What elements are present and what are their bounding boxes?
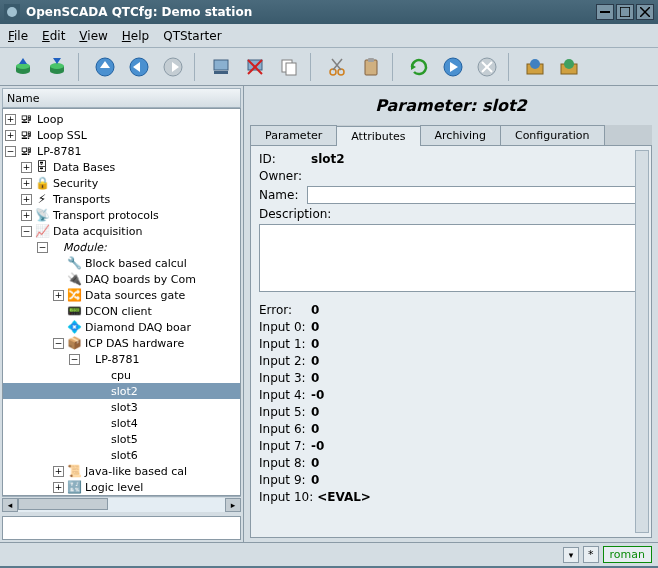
tree-node-dataacq[interactable]: −📈Data acquisition <box>3 223 240 239</box>
scroll-right-icon[interactable]: ▸ <box>225 498 241 512</box>
input-value: 0 <box>311 422 319 436</box>
nav-up-icon[interactable] <box>90 52 120 82</box>
statusbar: ▾ * roman <box>0 542 658 566</box>
expand-icon[interactable]: + <box>5 130 16 141</box>
cut-icon[interactable] <box>322 52 352 82</box>
tree-node-javalike[interactable]: +📜Java-like based cal <box>3 463 240 479</box>
minimize-button[interactable] <box>596 4 614 20</box>
maximize-button[interactable] <box>616 4 634 20</box>
tree-node-security[interactable]: +🔒Security <box>3 175 240 191</box>
scroll-left-icon[interactable]: ◂ <box>2 498 18 512</box>
expand-icon[interactable]: + <box>21 178 32 189</box>
run-icon[interactable] <box>438 52 468 82</box>
name-input[interactable] <box>307 186 643 204</box>
expand-icon[interactable]: + <box>5 114 16 125</box>
input-label: Input 9: <box>259 473 307 487</box>
close-button[interactable] <box>636 4 654 20</box>
tree[interactable]: +🖳Loop +🖳Loop SSL −🖳LP-8781 +🗄Data Bases… <box>3 109 240 495</box>
collapse-icon[interactable]: − <box>37 242 48 253</box>
tree-node-databases[interactable]: +🗄Data Bases <box>3 159 240 175</box>
input-label: Input 3: <box>259 371 307 385</box>
tree-node-diamond[interactable]: 💠Diamond DAQ boar <box>3 319 240 335</box>
mod-icon: 🔌 <box>66 271 82 287</box>
input-row-7: Input 7:-0 <box>259 439 643 453</box>
paste-icon[interactable] <box>356 52 386 82</box>
nav-forward-icon[interactable] <box>158 52 188 82</box>
expand-icon[interactable]: + <box>53 290 64 301</box>
window-title: OpenSCADA QTCfg: Demo station <box>26 5 594 19</box>
tab-parameter[interactable]: Parameter <box>250 125 337 145</box>
tree-node-cpu[interactable]: cpu <box>3 367 240 383</box>
module2-icon[interactable] <box>554 52 584 82</box>
tree-node-module[interactable]: −Module: <box>3 239 240 255</box>
protocol-icon: 📡 <box>34 207 50 223</box>
input-value: 0 <box>311 320 319 334</box>
input-value: 0 <box>311 473 319 487</box>
input-value: <EVAL> <box>317 490 371 504</box>
attributes-panel: ID:slot2 Owner: Name: Description: Error… <box>250 146 652 538</box>
module1-icon[interactable] <box>520 52 550 82</box>
tree-node-slot4[interactable]: slot4 <box>3 415 240 431</box>
id-row: ID:slot2 <box>259 152 643 166</box>
tree-node-blockcalc[interactable]: 🔧Block based calcul <box>3 255 240 271</box>
panel-vscroll[interactable] <box>635 150 649 533</box>
db-up-icon[interactable] <box>8 52 38 82</box>
tree-hscroll[interactable]: ◂ ▸ <box>2 496 241 512</box>
input-value: -0 <box>311 439 324 453</box>
input-value: 0 <box>311 354 319 368</box>
tab-archiving[interactable]: Archiving <box>420 125 501 145</box>
menu-edit[interactable]: Edit <box>42 29 65 43</box>
tree-node-lp8781[interactable]: −🖳LP-8781 <box>3 143 240 159</box>
collapse-icon[interactable]: − <box>21 226 32 237</box>
expand-icon[interactable]: + <box>53 466 64 477</box>
collapse-icon[interactable]: − <box>69 354 80 365</box>
tree-node-daqboards[interactable]: 🔌DAQ boards by Com <box>3 271 240 287</box>
tree-node-lp8781b[interactable]: −LP-8781 <box>3 351 240 367</box>
menu-view[interactable]: View <box>79 29 107 43</box>
input-row-0: Input 0:0 <box>259 320 643 334</box>
collapse-icon[interactable]: − <box>5 146 16 157</box>
expand-icon[interactable]: + <box>21 194 32 205</box>
tree-node-transportprotocols[interactable]: +📡Transport protocols <box>3 207 240 223</box>
mod-icon: 📟 <box>66 303 82 319</box>
copy-icon[interactable] <box>274 52 304 82</box>
tree-header[interactable]: Name <box>2 88 241 108</box>
refresh-icon[interactable] <box>404 52 434 82</box>
mod-icon: 🔀 <box>66 287 82 303</box>
expand-icon[interactable]: + <box>21 210 32 221</box>
tree-node-slot3[interactable]: slot3 <box>3 399 240 415</box>
status-user[interactable]: roman <box>603 546 652 563</box>
db-down-icon[interactable] <box>42 52 72 82</box>
stop-icon[interactable] <box>472 52 502 82</box>
tree-node-slot5[interactable]: slot5 <box>3 431 240 447</box>
menu-qtstarter[interactable]: QTStarter <box>163 29 221 43</box>
description-input[interactable] <box>259 224 643 292</box>
tab-configuration[interactable]: Configuration <box>500 125 605 145</box>
scroll-track[interactable] <box>18 498 225 512</box>
add-item-icon[interactable] <box>206 52 236 82</box>
search-box[interactable] <box>2 516 241 540</box>
tree-node-slot6[interactable]: slot6 <box>3 447 240 463</box>
expand-icon[interactable]: + <box>21 162 32 173</box>
menu-help[interactable]: Help <box>122 29 149 43</box>
input-label: Input 0: <box>259 320 307 334</box>
tree-node-slot2[interactable]: slot2 <box>3 383 240 399</box>
tree-node-loop[interactable]: +🖳Loop <box>3 111 240 127</box>
expand-icon[interactable]: + <box>53 482 64 493</box>
tree-node-dcon[interactable]: 📟DCON client <box>3 303 240 319</box>
tree-node-logiclevel[interactable]: +🔣Logic level <box>3 479 240 495</box>
tree-node-transports[interactable]: +⚡Transports <box>3 191 240 207</box>
nav-back-icon[interactable] <box>124 52 154 82</box>
mod-icon: 🔧 <box>66 255 82 271</box>
tree-node-icpdas[interactable]: −📦ICP DAS hardware <box>3 335 240 351</box>
menu-file[interactable]: File <box>8 29 28 43</box>
scroll-thumb[interactable] <box>18 498 108 510</box>
tree-node-datasources[interactable]: +🔀Data sources gate <box>3 287 240 303</box>
collapse-icon[interactable]: − <box>53 338 64 349</box>
mod-icon: 🔣 <box>66 479 82 495</box>
svg-point-40 <box>530 59 540 69</box>
tab-attributes[interactable]: Attributes <box>336 126 420 146</box>
status-dropdown[interactable]: ▾ <box>563 547 579 563</box>
tree-node-loopssl[interactable]: +🖳Loop SSL <box>3 127 240 143</box>
delete-item-icon[interactable] <box>240 52 270 82</box>
